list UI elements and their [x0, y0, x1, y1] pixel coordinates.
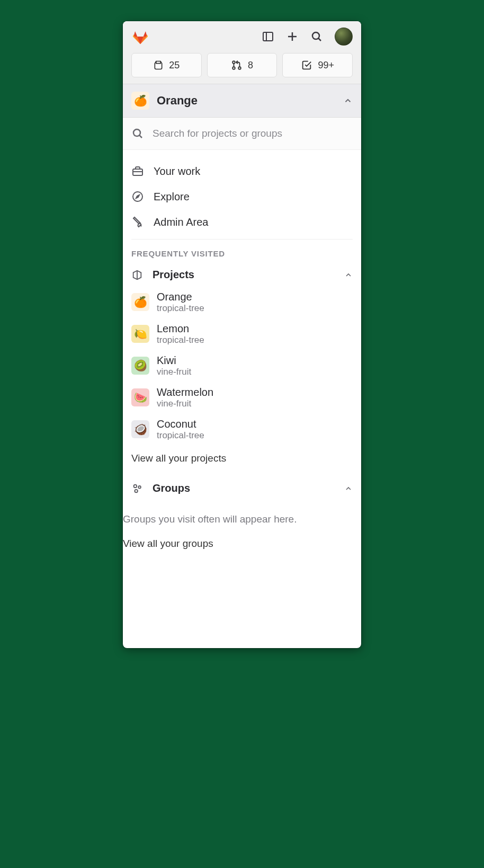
frequently-visited-eyebrow: FREQUENTLY VISITED [131, 249, 353, 258]
nav-label: Admin Area [154, 216, 208, 228]
svg-point-4 [312, 32, 319, 39]
project-name: Kiwi [157, 354, 191, 367]
search-input[interactable] [153, 128, 353, 139]
context-left: 🍊 Orange [131, 92, 198, 110]
svg-marker-14 [136, 195, 139, 198]
svg-point-17 [135, 489, 137, 492]
view-all-projects-link[interactable]: View all your projects [131, 445, 353, 467]
project-name: Watermelon [157, 386, 213, 398]
context-switcher[interactable]: 🍊 Orange [123, 84, 361, 118]
project-text: Coconuttropical-tree [157, 418, 204, 441]
project-icon: 🍉 [131, 388, 149, 406]
svg-line-10 [139, 135, 142, 138]
context-project-icon: 🍊 [131, 92, 149, 110]
project-name: Orange [157, 290, 204, 303]
projects-list: 🍊Orangetropical-tree🍋Lemontropical-tree🥝… [131, 286, 353, 445]
merge-request-icon [231, 59, 243, 71]
merge-requests-count: 8 [248, 60, 253, 71]
groups-empty-text: Groups you visit often will appear here. [123, 508, 361, 530]
project-item[interactable]: 🥝Kiwivine-fruit [131, 350, 353, 382]
svg-point-16 [138, 485, 141, 488]
project-name: Coconut [157, 418, 204, 430]
issues-count: 25 [169, 60, 180, 71]
sidebar-toggle-icon[interactable] [262, 30, 274, 43]
project-namespace: vine-fruit [157, 398, 213, 409]
project-namespace: vine-fruit [157, 367, 191, 377]
chevron-up-icon [343, 96, 353, 105]
issues-counter[interactable]: 25 [131, 53, 202, 77]
project-text: Watermelonvine-fruit [157, 386, 213, 409]
wrench-icon [131, 216, 144, 228]
project-item[interactable]: 🥥Coconuttropical-tree [131, 413, 353, 445]
topbar-actions [262, 28, 353, 46]
chevron-up-icon [344, 271, 353, 279]
view-all-groups-link[interactable]: View all your groups [123, 530, 361, 553]
avatar[interactable] [335, 28, 353, 46]
groups-icon [131, 483, 143, 494]
svg-point-8 [238, 67, 241, 69]
projects-title: Projects [153, 269, 194, 281]
compass-icon [131, 190, 144, 203]
nav-label: Explore [154, 191, 190, 203]
briefcase-icon [131, 165, 144, 178]
chevron-up-icon [344, 484, 353, 493]
todo-icon [301, 59, 312, 71]
project-namespace: tropical-tree [157, 303, 204, 314]
project-icon: 🥝 [131, 357, 149, 375]
project-text: Orangetropical-tree [157, 290, 204, 314]
project-namespace: tropical-tree [157, 430, 204, 441]
projects-header[interactable]: Projects [131, 263, 353, 286]
project-item[interactable]: 🍋Lemontropical-tree [131, 318, 353, 350]
topbar: 25 8 99+ [123, 21, 361, 84]
svg-point-7 [232, 67, 235, 69]
project-text: Lemontropical-tree [157, 322, 204, 346]
project-icon: 🥥 [131, 420, 149, 438]
issues-icon [153, 60, 164, 70]
nav-label: Your work [154, 165, 200, 178]
svg-line-5 [318, 38, 321, 41]
todos-count: 99+ [318, 60, 334, 71]
search-icon[interactable] [310, 30, 323, 43]
projects-icon [131, 269, 143, 281]
svg-point-9 [133, 129, 140, 136]
todos-counter[interactable]: 99+ [282, 53, 353, 77]
svg-rect-0 [263, 32, 273, 41]
project-name: Lemon [157, 322, 204, 335]
svg-point-15 [134, 484, 137, 488]
project-text: Kiwivine-fruit [157, 354, 191, 377]
project-item[interactable]: 🍊Orangetropical-tree [131, 286, 353, 318]
groups-title: Groups [153, 482, 190, 494]
context-title: Orange [157, 94, 198, 108]
main-nav: Your work Explore Admin Area FREQUENTLY … [123, 150, 361, 508]
project-icon: 🍋 [131, 325, 149, 343]
counter-row: 25 8 99+ [131, 53, 353, 84]
project-icon: 🍊 [131, 293, 149, 311]
plus-icon[interactable] [286, 30, 299, 43]
groups-header[interactable]: Groups [131, 477, 353, 500]
project-namespace: tropical-tree [157, 335, 204, 346]
topbar-row [131, 28, 353, 53]
svg-point-6 [232, 61, 235, 64]
nav-explore[interactable]: Explore [131, 184, 353, 209]
search-icon [131, 127, 144, 140]
nav-admin[interactable]: Admin Area [131, 209, 353, 235]
merge-requests-counter[interactable]: 8 [207, 53, 277, 77]
divider [131, 239, 353, 240]
nav-your-work[interactable]: Your work [131, 158, 353, 184]
search-area [123, 118, 361, 150]
gitlab-logo[interactable] [131, 28, 149, 46]
app-frame: 25 8 99+ 🍊 Orange [123, 21, 361, 648]
project-item[interactable]: 🍉Watermelonvine-fruit [131, 382, 353, 413]
